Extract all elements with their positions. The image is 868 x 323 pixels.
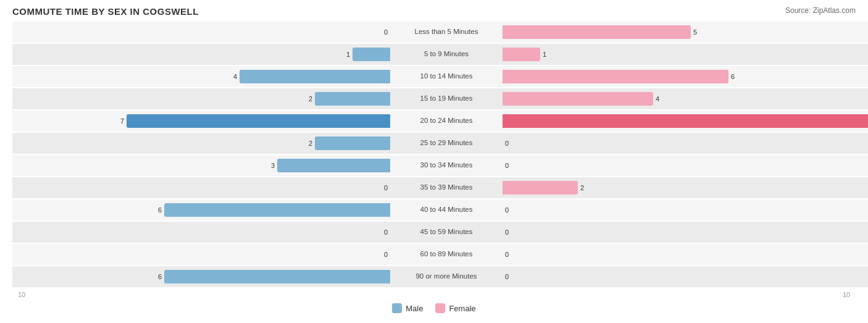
- male-value: 0: [384, 184, 388, 191]
- table-row: 640 to 44 Minutes0: [12, 199, 868, 220]
- table-row: 045 to 59 Minutes0: [12, 222, 868, 243]
- row-label: 15 to 19 Minutes: [395, 94, 498, 103]
- male-value: 6: [158, 273, 162, 280]
- male-value: 3: [271, 162, 275, 169]
- female-label: Female: [449, 304, 475, 313]
- female-value: 0: [505, 206, 509, 214]
- male-bar: [240, 70, 390, 83]
- female-value: 0: [505, 251, 509, 258]
- male-value: 0: [384, 251, 388, 258]
- female-bar: [503, 92, 653, 106]
- female-bar: [503, 25, 691, 39]
- male-value: 1: [346, 51, 350, 58]
- legend-male: Male: [392, 303, 423, 313]
- row-label: Less than 5 Minutes: [395, 28, 498, 36]
- female-value: 5: [693, 28, 697, 36]
- male-swatch: [392, 303, 402, 313]
- male-value: 2: [309, 140, 312, 147]
- row-label: 10 to 14 Minutes: [395, 72, 498, 81]
- table-row: 330 to 34 Minutes0: [12, 155, 868, 176]
- axis-bottom: 10 10: [12, 291, 856, 298]
- axis-left-min: 10: [12, 291, 31, 298]
- female-bar: [503, 181, 578, 195]
- row-label: 20 to 24 Minutes: [395, 117, 498, 125]
- row-label: 5 to 9 Minutes: [395, 50, 498, 59]
- bars-container: 0Less than 5 Minutes515 to 9 Minutes1410…: [12, 22, 868, 288]
- row-label: 45 to 59 Minutes: [395, 228, 498, 237]
- male-bar: [353, 48, 390, 61]
- chart-title: COMMUTE TIME BY SEX IN COGSWELL: [12, 6, 199, 17]
- table-row: 215 to 19 Minutes4: [12, 88, 868, 109]
- row-label: 35 to 39 Minutes: [395, 183, 498, 192]
- female-value: 0: [505, 229, 509, 236]
- table-row: 060 to 89 Minutes0: [12, 244, 868, 265]
- female-bar: [503, 48, 540, 61]
- female-swatch: [435, 303, 445, 313]
- male-value: 6: [158, 206, 162, 214]
- male-value: 0: [384, 229, 388, 236]
- male-value: 4: [233, 73, 237, 80]
- source-text: Source: ZipAtlas.com: [785, 6, 856, 15]
- table-row: 410 to 14 Minutes6: [12, 66, 868, 87]
- female-value: 4: [656, 95, 659, 103]
- table-row: 035 to 39 Minutes2: [12, 177, 868, 198]
- male-value: 0: [384, 28, 388, 36]
- table-row: 15 to 9 Minutes1: [12, 44, 868, 65]
- table-row: 225 to 29 Minutes0: [12, 133, 868, 154]
- male-value: 2: [309, 95, 312, 103]
- female-bar: [503, 70, 728, 83]
- chart-area: 0Less than 5 Minutes515 to 9 Minutes1410…: [12, 22, 856, 288]
- female-value: 0: [505, 273, 509, 280]
- female-value: 6: [731, 73, 735, 80]
- male-label: Male: [406, 304, 423, 313]
- female-value: 0: [505, 140, 509, 147]
- male-bar: [315, 136, 390, 150]
- female-value: 0: [505, 162, 509, 169]
- female-bar: [503, 114, 868, 128]
- table-row: 720 to 24 Minutes10: [12, 111, 868, 132]
- male-value: 7: [120, 117, 124, 125]
- male-bar: [164, 270, 390, 283]
- row-label: 30 to 34 Minutes: [395, 161, 498, 170]
- table-row: 0Less than 5 Minutes5: [12, 22, 868, 43]
- female-value: 1: [543, 51, 546, 58]
- row-label: 40 to 44 Minutes: [395, 206, 498, 214]
- female-value: 2: [580, 184, 584, 191]
- male-bar: [315, 92, 390, 106]
- male-bar: [277, 159, 390, 172]
- table-row: 690 or more Minutes0: [12, 266, 868, 287]
- male-bar: [127, 114, 390, 128]
- axis-right-max: 10: [837, 291, 856, 298]
- row-label: 25 to 29 Minutes: [395, 139, 498, 148]
- legend-female: Female: [435, 303, 475, 313]
- male-bar: [164, 203, 390, 217]
- row-label: 90 or more Minutes: [395, 272, 498, 281]
- legend: Male Female: [12, 303, 856, 313]
- row-label: 60 to 89 Minutes: [395, 250, 498, 259]
